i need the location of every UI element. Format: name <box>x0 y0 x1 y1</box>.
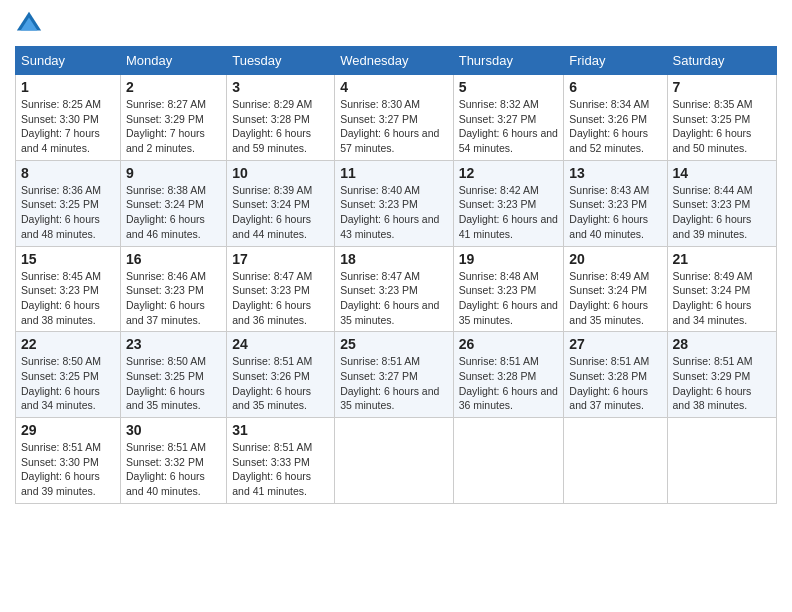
day-number: 10 <box>232 165 329 181</box>
header-tuesday: Tuesday <box>227 47 335 75</box>
day-info: Sunrise: 8:36 AMSunset: 3:25 PMDaylight:… <box>21 183 115 242</box>
day-number: 19 <box>459 251 559 267</box>
header-row: SundayMondayTuesdayWednesdayThursdayFrid… <box>16 47 777 75</box>
calendar-cell: 30Sunrise: 8:51 AMSunset: 3:32 PMDayligh… <box>121 418 227 504</box>
calendar-cell: 14Sunrise: 8:44 AMSunset: 3:23 PMDayligh… <box>667 160 776 246</box>
week-row-1: 1Sunrise: 8:25 AMSunset: 3:30 PMDaylight… <box>16 75 777 161</box>
day-info: Sunrise: 8:50 AMSunset: 3:25 PMDaylight:… <box>126 354 221 413</box>
calendar-cell: 6Sunrise: 8:34 AMSunset: 3:26 PMDaylight… <box>564 75 667 161</box>
day-number: 8 <box>21 165 115 181</box>
day-number: 29 <box>21 422 115 438</box>
day-number: 26 <box>459 336 559 352</box>
day-info: Sunrise: 8:51 AMSunset: 3:33 PMDaylight:… <box>232 440 329 499</box>
header-wednesday: Wednesday <box>335 47 454 75</box>
day-info: Sunrise: 8:51 AMSunset: 3:27 PMDaylight:… <box>340 354 448 413</box>
calendar-table: SundayMondayTuesdayWednesdayThursdayFrid… <box>15 46 777 504</box>
day-number: 14 <box>673 165 771 181</box>
day-number: 2 <box>126 79 221 95</box>
calendar-cell: 23Sunrise: 8:50 AMSunset: 3:25 PMDayligh… <box>121 332 227 418</box>
day-number: 5 <box>459 79 559 95</box>
day-info: Sunrise: 8:44 AMSunset: 3:23 PMDaylight:… <box>673 183 771 242</box>
calendar-cell: 1Sunrise: 8:25 AMSunset: 3:30 PMDaylight… <box>16 75 121 161</box>
day-info: Sunrise: 8:45 AMSunset: 3:23 PMDaylight:… <box>21 269 115 328</box>
day-number: 13 <box>569 165 661 181</box>
day-number: 16 <box>126 251 221 267</box>
day-info: Sunrise: 8:32 AMSunset: 3:27 PMDaylight:… <box>459 97 559 156</box>
day-info: Sunrise: 8:27 AMSunset: 3:29 PMDaylight:… <box>126 97 221 156</box>
day-info: Sunrise: 8:49 AMSunset: 3:24 PMDaylight:… <box>569 269 661 328</box>
day-info: Sunrise: 8:42 AMSunset: 3:23 PMDaylight:… <box>459 183 559 242</box>
day-info: Sunrise: 8:40 AMSunset: 3:23 PMDaylight:… <box>340 183 448 242</box>
day-number: 25 <box>340 336 448 352</box>
header-sunday: Sunday <box>16 47 121 75</box>
day-info: Sunrise: 8:34 AMSunset: 3:26 PMDaylight:… <box>569 97 661 156</box>
day-number: 3 <box>232 79 329 95</box>
calendar-cell: 7Sunrise: 8:35 AMSunset: 3:25 PMDaylight… <box>667 75 776 161</box>
day-info: Sunrise: 8:39 AMSunset: 3:24 PMDaylight:… <box>232 183 329 242</box>
calendar-cell: 13Sunrise: 8:43 AMSunset: 3:23 PMDayligh… <box>564 160 667 246</box>
day-info: Sunrise: 8:38 AMSunset: 3:24 PMDaylight:… <box>126 183 221 242</box>
day-number: 12 <box>459 165 559 181</box>
day-number: 11 <box>340 165 448 181</box>
calendar-cell: 17Sunrise: 8:47 AMSunset: 3:23 PMDayligh… <box>227 246 335 332</box>
day-info: Sunrise: 8:51 AMSunset: 3:32 PMDaylight:… <box>126 440 221 499</box>
calendar-cell: 15Sunrise: 8:45 AMSunset: 3:23 PMDayligh… <box>16 246 121 332</box>
calendar-cell: 20Sunrise: 8:49 AMSunset: 3:24 PMDayligh… <box>564 246 667 332</box>
header-thursday: Thursday <box>453 47 564 75</box>
day-number: 21 <box>673 251 771 267</box>
day-number: 30 <box>126 422 221 438</box>
day-number: 17 <box>232 251 329 267</box>
week-row-5: 29Sunrise: 8:51 AMSunset: 3:30 PMDayligh… <box>16 418 777 504</box>
day-info: Sunrise: 8:47 AMSunset: 3:23 PMDaylight:… <box>340 269 448 328</box>
header-monday: Monday <box>121 47 227 75</box>
day-info: Sunrise: 8:51 AMSunset: 3:28 PMDaylight:… <box>569 354 661 413</box>
day-info: Sunrise: 8:25 AMSunset: 3:30 PMDaylight:… <box>21 97 115 156</box>
calendar-cell: 19Sunrise: 8:48 AMSunset: 3:23 PMDayligh… <box>453 246 564 332</box>
calendar-cell: 5Sunrise: 8:32 AMSunset: 3:27 PMDaylight… <box>453 75 564 161</box>
logo <box>15 10 47 38</box>
week-row-3: 15Sunrise: 8:45 AMSunset: 3:23 PMDayligh… <box>16 246 777 332</box>
calendar-cell: 31Sunrise: 8:51 AMSunset: 3:33 PMDayligh… <box>227 418 335 504</box>
calendar-cell: 4Sunrise: 8:30 AMSunset: 3:27 PMDaylight… <box>335 75 454 161</box>
day-info: Sunrise: 8:47 AMSunset: 3:23 PMDaylight:… <box>232 269 329 328</box>
day-info: Sunrise: 8:51 AMSunset: 3:26 PMDaylight:… <box>232 354 329 413</box>
calendar-cell: 28Sunrise: 8:51 AMSunset: 3:29 PMDayligh… <box>667 332 776 418</box>
calendar-cell: 21Sunrise: 8:49 AMSunset: 3:24 PMDayligh… <box>667 246 776 332</box>
calendar-cell: 29Sunrise: 8:51 AMSunset: 3:30 PMDayligh… <box>16 418 121 504</box>
day-info: Sunrise: 8:51 AMSunset: 3:30 PMDaylight:… <box>21 440 115 499</box>
day-info: Sunrise: 8:29 AMSunset: 3:28 PMDaylight:… <box>232 97 329 156</box>
calendar-cell: 24Sunrise: 8:51 AMSunset: 3:26 PMDayligh… <box>227 332 335 418</box>
calendar-cell <box>453 418 564 504</box>
calendar-cell: 25Sunrise: 8:51 AMSunset: 3:27 PMDayligh… <box>335 332 454 418</box>
day-number: 9 <box>126 165 221 181</box>
week-row-4: 22Sunrise: 8:50 AMSunset: 3:25 PMDayligh… <box>16 332 777 418</box>
calendar-cell: 9Sunrise: 8:38 AMSunset: 3:24 PMDaylight… <box>121 160 227 246</box>
day-info: Sunrise: 8:50 AMSunset: 3:25 PMDaylight:… <box>21 354 115 413</box>
day-info: Sunrise: 8:51 AMSunset: 3:29 PMDaylight:… <box>673 354 771 413</box>
day-number: 6 <box>569 79 661 95</box>
day-number: 24 <box>232 336 329 352</box>
header-saturday: Saturday <box>667 47 776 75</box>
day-info: Sunrise: 8:43 AMSunset: 3:23 PMDaylight:… <box>569 183 661 242</box>
day-number: 23 <box>126 336 221 352</box>
week-row-2: 8Sunrise: 8:36 AMSunset: 3:25 PMDaylight… <box>16 160 777 246</box>
calendar-cell: 10Sunrise: 8:39 AMSunset: 3:24 PMDayligh… <box>227 160 335 246</box>
calendar-cell: 3Sunrise: 8:29 AMSunset: 3:28 PMDaylight… <box>227 75 335 161</box>
page-header <box>15 10 777 38</box>
logo-icon <box>15 10 43 38</box>
calendar-cell: 16Sunrise: 8:46 AMSunset: 3:23 PMDayligh… <box>121 246 227 332</box>
calendar-cell <box>335 418 454 504</box>
calendar-cell: 18Sunrise: 8:47 AMSunset: 3:23 PMDayligh… <box>335 246 454 332</box>
calendar-cell: 8Sunrise: 8:36 AMSunset: 3:25 PMDaylight… <box>16 160 121 246</box>
header-friday: Friday <box>564 47 667 75</box>
calendar-cell: 11Sunrise: 8:40 AMSunset: 3:23 PMDayligh… <box>335 160 454 246</box>
day-info: Sunrise: 8:35 AMSunset: 3:25 PMDaylight:… <box>673 97 771 156</box>
calendar-cell: 26Sunrise: 8:51 AMSunset: 3:28 PMDayligh… <box>453 332 564 418</box>
day-number: 15 <box>21 251 115 267</box>
calendar-cell <box>564 418 667 504</box>
day-number: 22 <box>21 336 115 352</box>
calendar-cell: 12Sunrise: 8:42 AMSunset: 3:23 PMDayligh… <box>453 160 564 246</box>
day-number: 4 <box>340 79 448 95</box>
day-number: 20 <box>569 251 661 267</box>
calendar-cell: 2Sunrise: 8:27 AMSunset: 3:29 PMDaylight… <box>121 75 227 161</box>
